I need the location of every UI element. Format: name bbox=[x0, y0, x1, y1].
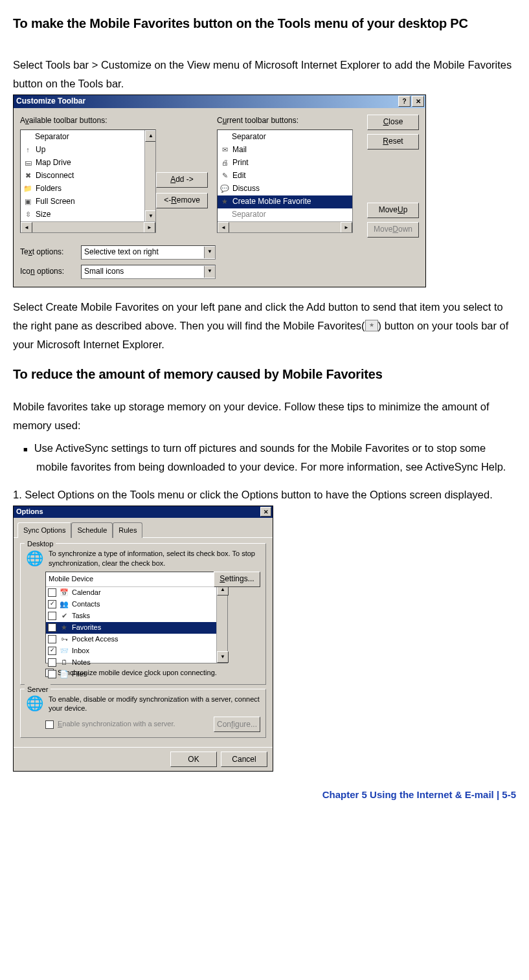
options-dialog: Options ✕ Sync Options Schedule Rules De… bbox=[13, 506, 273, 772]
size-icon: ⇳ bbox=[23, 210, 33, 220]
list-item[interactable]: ✎Edit bbox=[218, 170, 352, 183]
scrollbar-vertical[interactable]: ▲ ▼ bbox=[216, 584, 227, 663]
icon-options-combo[interactable]: Small icons▼ bbox=[81, 265, 216, 279]
list-item[interactable]: ↑Up bbox=[21, 144, 155, 157]
checkbox[interactable]: ✓ bbox=[48, 647, 56, 655]
list-item[interactable]: 🖴Map Drive bbox=[21, 157, 155, 170]
scroll-right-icon[interactable]: ► bbox=[341, 222, 352, 233]
remove-button[interactable]: <- Remove bbox=[156, 193, 208, 208]
ok-button[interactable]: OK bbox=[170, 752, 217, 767]
sync-item[interactable]: ✓📨Inbox bbox=[46, 645, 227, 657]
checkbox[interactable] bbox=[48, 635, 56, 643]
sync-item[interactable]: ✓👥Contacts bbox=[46, 599, 227, 610]
item-label: Folders bbox=[36, 183, 62, 195]
options-title: Options bbox=[16, 506, 43, 518]
sync-globe-icon: 🌐 bbox=[26, 549, 43, 567]
sync-item[interactable]: ✓★Favorites bbox=[46, 622, 227, 634]
close-button[interactable]: ✕ bbox=[260, 507, 271, 517]
help-button[interactable]: ? bbox=[398, 96, 411, 107]
settings-button[interactable]: Settings... bbox=[214, 572, 260, 587]
checkbox[interactable]: ✓ bbox=[48, 600, 56, 608]
list-item[interactable]: ⇳Size bbox=[21, 208, 155, 221]
mobilefav-icon: ★ bbox=[219, 197, 230, 207]
enable-server-label: Enable synchronization with a server. bbox=[58, 718, 175, 730]
checkbox[interactable] bbox=[48, 588, 56, 597]
list-item[interactable]: ★Create Mobile Favorite bbox=[218, 195, 352, 208]
list-item[interactable]: 💬Discuss bbox=[218, 183, 352, 195]
scrollbar-horizontal[interactable]: ◄► bbox=[21, 221, 155, 232]
item-label: Size bbox=[36, 208, 51, 221]
item-label: Create Mobile Favorite bbox=[232, 195, 311, 208]
item-label: Up bbox=[36, 144, 45, 156]
customize-toolbar-dialog: Customize Toolbar ? ✕ Available toolbar … bbox=[13, 95, 426, 287]
folders-icon: 📁 bbox=[23, 184, 33, 194]
separator-item[interactable]: Separator bbox=[21, 131, 155, 144]
server-desc: To enable, disable or modify synchroniza… bbox=[49, 695, 260, 713]
memory-intro: Mobile favorites take up storage memory … bbox=[13, 397, 516, 435]
close-dialog-button[interactable]: Close bbox=[367, 115, 419, 130]
inbox-icon: 📨 bbox=[59, 646, 69, 656]
item-label: Print bbox=[232, 157, 249, 169]
cancel-button[interactable]: Cancel bbox=[221, 752, 267, 767]
column-header-mobile-device: Mobile Device bbox=[49, 574, 93, 585]
print-icon: 🖨 bbox=[219, 158, 230, 168]
scroll-down-icon[interactable]: ▼ bbox=[145, 210, 156, 222]
up-icon: ↑ bbox=[23, 145, 33, 155]
sync-item[interactable]: ✔Tasks bbox=[46, 610, 227, 622]
item-label: Tasks bbox=[72, 610, 90, 622]
checkbox[interactable] bbox=[48, 658, 56, 667]
server-group-title: Server bbox=[25, 684, 51, 696]
scroll-up-icon[interactable]: ▲ bbox=[145, 130, 156, 142]
list-item[interactable]: ▣Full Screen bbox=[21, 195, 155, 208]
scrollbar-horizontal[interactable]: ◄► bbox=[218, 221, 352, 232]
text-options-combo[interactable]: Selective text on right▼ bbox=[81, 245, 216, 260]
scroll-left-icon[interactable]: ◄ bbox=[218, 222, 229, 233]
configure-button[interactable]: Configure... bbox=[214, 717, 260, 732]
dialog-titlebar: Customize Toolbar ? ✕ bbox=[14, 95, 425, 108]
heading-mobile-favorites: To make the Mobile Favorites button on t… bbox=[13, 13, 516, 34]
scroll-right-icon[interactable]: ► bbox=[144, 222, 155, 233]
item-label: Disconnect bbox=[36, 170, 74, 182]
bullet-activesync: Use ActiveSync settings to turn off pict… bbox=[23, 439, 516, 476]
current-listbox[interactable]: Separator✉Mail🖨Print✎Edit💬Discuss★Create… bbox=[217, 129, 353, 233]
list-item[interactable]: ✉Mail bbox=[218, 144, 352, 157]
instruction-customize: Select Tools bar > Customize on the View… bbox=[13, 56, 516, 93]
scroll-down-icon[interactable]: ▼ bbox=[217, 651, 229, 663]
list-item[interactable]: 🖨Print bbox=[218, 157, 352, 170]
enable-server-checkbox[interactable] bbox=[45, 720, 54, 729]
separator-item[interactable]: Separator bbox=[218, 131, 352, 144]
checkbox[interactable]: ✓ bbox=[48, 623, 56, 632]
desktop-group: Desktop 🌐 To synchronize a type of infor… bbox=[20, 543, 266, 684]
move-up-button[interactable]: Move Up bbox=[367, 203, 419, 218]
available-listbox[interactable]: Separator↑Up🖴Map Drive✖Disconnect📁Folder… bbox=[20, 129, 156, 233]
sync-item[interactable]: 📄Files bbox=[46, 669, 227, 680]
tab-schedule[interactable]: Schedule bbox=[71, 522, 113, 539]
list-item[interactable]: 📁Folders bbox=[21, 183, 155, 195]
chevron-down-icon[interactable]: ▼ bbox=[204, 266, 215, 278]
reset-button[interactable]: Reset bbox=[367, 134, 419, 150]
tab-sync-options[interactable]: Sync Options bbox=[17, 522, 71, 539]
scroll-left-icon[interactable]: ◄ bbox=[21, 222, 32, 233]
move-down-button[interactable]: Move Down bbox=[367, 222, 419, 238]
separator-item[interactable]: Separator bbox=[218, 208, 352, 221]
desktop-group-title: Desktop bbox=[25, 539, 56, 550]
dialog-title: Customize Toolbar bbox=[16, 95, 85, 107]
tasks-icon: ✔ bbox=[59, 611, 69, 621]
sync-item[interactable]: 🗒Notes bbox=[46, 657, 227, 669]
checkbox[interactable] bbox=[48, 612, 56, 620]
close-button[interactable]: ✕ bbox=[412, 96, 424, 107]
icon-options-label: Icon options: bbox=[20, 265, 76, 278]
pocketaccess-icon: 🗝 bbox=[59, 634, 69, 645]
add-button[interactable]: Add -> bbox=[156, 172, 208, 188]
scrollbar-vertical[interactable]: ▲▼ bbox=[144, 130, 155, 222]
contacts-icon: 👥 bbox=[59, 599, 69, 610]
sync-listbox[interactable]: Mobile Device▲ 📅Calendar✓👥Contacts✔Tasks… bbox=[45, 572, 228, 663]
tab-rules[interactable]: Rules bbox=[113, 522, 142, 539]
sync-item[interactable]: 🗝Pocket Access bbox=[46, 634, 227, 645]
sync-item[interactable]: 📅Calendar bbox=[46, 587, 227, 599]
checkbox[interactable] bbox=[48, 670, 56, 678]
map-drive-icon: 🖴 bbox=[23, 158, 33, 168]
list-item[interactable]: ✖Disconnect bbox=[21, 170, 155, 183]
favorites-icon: ★ bbox=[59, 623, 69, 633]
chevron-down-icon[interactable]: ▼ bbox=[204, 247, 215, 258]
